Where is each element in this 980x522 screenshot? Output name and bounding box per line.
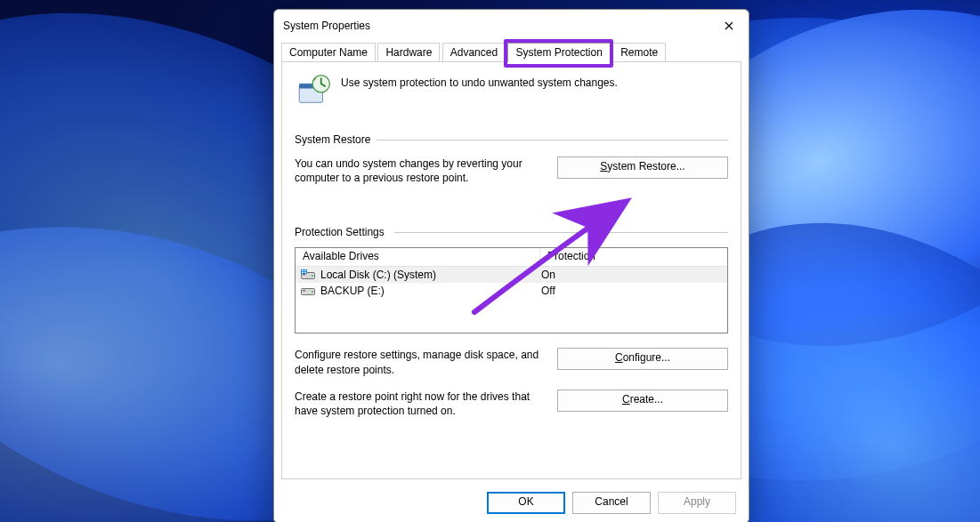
- create-button[interactable]: Create...: [557, 389, 728, 412]
- configure-button[interactable]: Configure...: [557, 348, 728, 370]
- system-properties-dialog: System Properties Computer Name Hardware…: [273, 9, 749, 522]
- cancel-button[interactable]: Cancel: [572, 492, 651, 514]
- close-button[interactable]: [709, 10, 749, 42]
- create-text: Create a restore point right now for the…: [295, 389, 543, 418]
- tab-remote[interactable]: Remote: [612, 43, 666, 62]
- tab-strip: Computer Name Hardware Advanced System P…: [281, 42, 741, 61]
- drives-col-protection[interactable]: Protection: [540, 248, 727, 266]
- system-restore-text: You can undo system changes by reverting…: [295, 157, 543, 185]
- configure-text: Configure restore settings, manage disk …: [295, 348, 543, 376]
- system-restore-icon: [295, 73, 332, 110]
- drives-header-row: Available Drives Protection: [296, 248, 727, 267]
- svg-rect-11: [301, 269, 307, 274]
- svg-rect-15: [304, 272, 306, 273]
- tab-advanced[interactable]: Advanced: [442, 43, 506, 62]
- drive-name: Local Disk (C:) (System): [320, 269, 436, 281]
- protection-settings-group-label: Protection Settings: [295, 226, 728, 238]
- drive-protection-cell: Off: [536, 285, 727, 297]
- tab-system-protection[interactable]: System Protection: [507, 43, 610, 62]
- drive-name: BACKUP (E:): [320, 285, 385, 297]
- svg-rect-9: [303, 274, 305, 276]
- tab-computer-name[interactable]: Computer Name: [281, 43, 376, 62]
- drive-name-cell: Local Disk (C:) (System): [296, 269, 536, 281]
- tab-hardware[interactable]: Hardware: [377, 43, 440, 62]
- system-restore-button[interactable]: System Restore...: [557, 157, 728, 179]
- svg-rect-13: [304, 270, 306, 271]
- dialog-button-row: OK Cancel Apply: [487, 492, 736, 514]
- window-title: System Properties: [283, 20, 370, 32]
- drive-row[interactable]: Local Disk (C:) (System)On: [296, 267, 727, 283]
- tab-panel: Use system protection to undo unwanted s…: [281, 61, 741, 479]
- drives-col-drive[interactable]: Available Drives: [296, 248, 540, 266]
- header-text: Use system protection to undo unwanted s…: [341, 73, 618, 89]
- apply-button[interactable]: Apply: [658, 492, 736, 514]
- ok-button[interactable]: OK: [487, 492, 565, 514]
- drive-protection-cell: On: [536, 269, 727, 281]
- drive-row[interactable]: BACKUP (E:)Off: [296, 283, 727, 299]
- svg-rect-17: [303, 290, 305, 292]
- close-icon: [725, 21, 733, 30]
- svg-rect-14: [302, 272, 304, 273]
- disk-icon: [301, 285, 315, 296]
- svg-point-18: [312, 291, 313, 293]
- drive-name-cell: BACKUP (E:): [296, 285, 536, 297]
- svg-rect-12: [302, 270, 304, 271]
- disk-icon: [301, 269, 315, 280]
- svg-point-10: [312, 275, 313, 277]
- drives-table[interactable]: Available Drives Protection Local Disk (…: [295, 247, 728, 333]
- titlebar[interactable]: System Properties: [274, 10, 749, 42]
- system-restore-group-label: System Restore: [295, 133, 728, 146]
